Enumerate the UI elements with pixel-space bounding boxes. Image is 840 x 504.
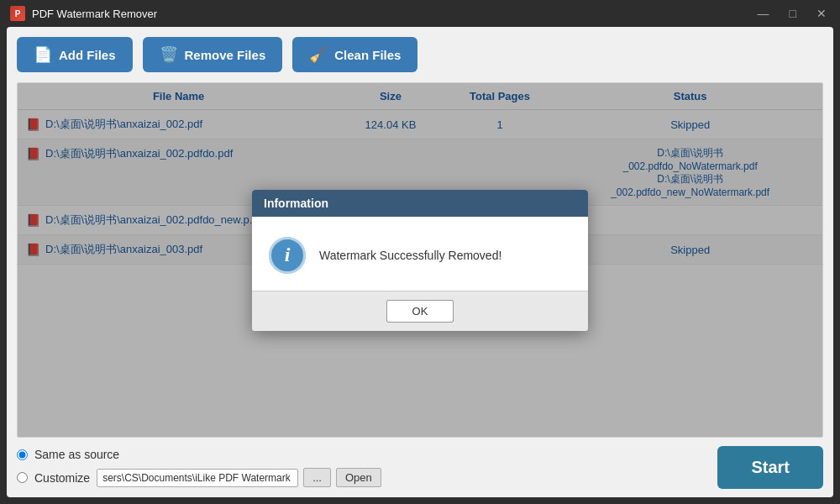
path-input[interactable] [97,469,298,487]
title-bar: P PDF Watermark Remover — □ ✕ [0,0,840,27]
app-title: PDF Watermark Remover [32,8,157,20]
ok-button[interactable]: OK [386,300,454,323]
remove-files-icon: 🗑️ [160,45,178,64]
dialog-footer: OK [252,291,588,331]
file-table-container: File Name Size Total Pages Status 📕 D:\桌… [17,82,823,438]
remove-files-button[interactable]: 🗑️ Remove Files [143,37,283,72]
browse-button[interactable]: ... [303,468,331,487]
add-files-icon: 📄 [34,45,52,64]
title-bar-left: P PDF Watermark Remover [10,6,157,21]
bottom-section: Same as source Customize ... Open Start [17,446,823,489]
clean-files-icon: 🧹 [309,45,328,64]
same-as-source-label[interactable]: Same as source [34,448,119,461]
customize-radio[interactable] [17,472,28,483]
clean-files-button[interactable]: 🧹 Clean Files [292,37,417,72]
maximize-button[interactable]: □ [786,5,800,22]
toolbar: 📄 Add Files 🗑️ Remove Files 🧹 Clean File… [17,37,823,72]
same-as-source-row: Same as source [17,448,381,461]
dialog-header: Information [252,190,588,217]
add-files-label: Add Files [59,48,116,62]
app-icon: P [10,6,25,21]
clean-files-label: Clean Files [334,48,401,62]
customize-label[interactable]: Customize [34,471,90,485]
remove-files-label: Remove Files [185,48,266,62]
customize-path: ... Open [97,468,381,487]
dialog-title: Information [264,197,328,210]
dialog-message: Watermark Successfully Removed! [319,249,571,262]
info-icon: i [269,237,306,274]
main-content: 📄 Add Files 🗑️ Remove Files 🧹 Clean File… [7,27,833,497]
add-files-button[interactable]: 📄 Add Files [17,37,133,72]
bottom-left: Same as source Customize ... Open [17,448,381,487]
dialog-body: i Watermark Successfully Removed! [252,217,588,291]
start-button[interactable]: Start [717,446,823,489]
dialog-box: Information i Watermark Successfully Rem… [252,190,588,331]
close-button[interactable]: ✕ [813,5,830,22]
customize-row: Customize ... Open [17,468,381,487]
open-button[interactable]: Open [336,468,381,487]
title-bar-controls[interactable]: — □ ✕ [754,5,830,22]
same-as-source-radio[interactable] [17,449,28,460]
dialog-overlay: Information i Watermark Successfully Rem… [18,83,822,437]
minimize-button[interactable]: — [754,5,773,22]
